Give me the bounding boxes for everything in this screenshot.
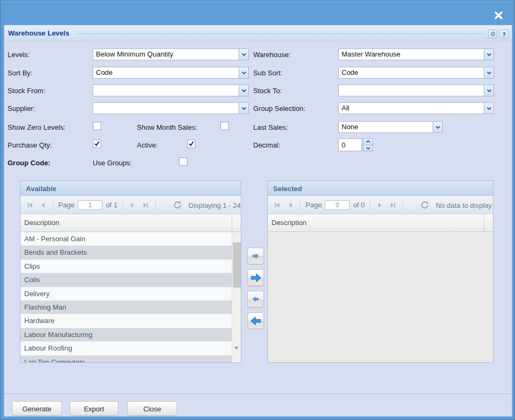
prev-page-button[interactable] — [38, 200, 48, 210]
stock-to-value — [339, 85, 484, 96]
transfer-all-right-button[interactable] — [247, 269, 264, 286]
chevron-down-icon[interactable] — [484, 85, 493, 96]
dialog-header: Warehouse Levels ? — [4, 25, 512, 41]
use-groups-checkbox[interactable] — [179, 157, 187, 166]
sort-by-value: Code — [93, 67, 239, 78]
toolbar-separator — [53, 200, 53, 209]
scrollbar-thumb[interactable] — [233, 242, 241, 288]
selected-panel-header: Selected — [268, 181, 493, 196]
supplier-select[interactable] — [93, 102, 249, 114]
sub-sort-value: Code — [339, 67, 484, 78]
toolbar-separator — [122, 200, 123, 209]
sort-by-select[interactable]: Code — [93, 67, 249, 79]
prev-page-button[interactable] — [286, 200, 295, 210]
transfer-all-left-button[interactable] — [247, 312, 264, 329]
column-header-description[interactable]: Description — [268, 214, 493, 232]
generate-button[interactable]: Generate — [12, 401, 62, 416]
toolbar-separator — [155, 200, 156, 209]
column-separator — [232, 214, 232, 232]
selected-list — [268, 232, 493, 362]
active-checkbox[interactable] — [187, 139, 196, 148]
chevron-down-icon[interactable] — [484, 49, 493, 60]
levels-select[interactable]: Below Minimum Quantity — [93, 48, 249, 60]
footer-divider — [4, 394, 512, 394]
scrollbar[interactable] — [232, 232, 241, 362]
prev-page-icon — [287, 201, 294, 209]
chevron-down-icon[interactable] — [433, 122, 442, 132]
chevron-down-icon[interactable] — [239, 103, 248, 114]
transfer-right-button[interactable] — [247, 248, 264, 264]
decimal-input[interactable] — [338, 138, 362, 151]
next-page-button[interactable] — [128, 200, 137, 210]
spinner-down-button[interactable] — [363, 145, 373, 152]
warehouse-value: Master Warehouse — [339, 49, 484, 60]
page-of-label: of 1 — [106, 201, 117, 209]
warehouse-select[interactable]: Master Warehouse — [338, 48, 494, 60]
list-item[interactable]: Lap Top Computers — [20, 355, 232, 362]
levels-value: Below Minimum Quantity — [93, 49, 239, 60]
available-panel-title: Available — [20, 181, 241, 193]
scroll-down-icon[interactable] — [234, 349, 239, 359]
next-page-button[interactable] — [375, 200, 385, 210]
list-item[interactable]: Hardware — [20, 314, 232, 327]
close-dialog-button[interactable]: Close — [127, 401, 177, 416]
page-number-input[interactable] — [78, 200, 102, 210]
first-page-button[interactable] — [25, 200, 35, 210]
chevron-down-icon[interactable] — [484, 67, 493, 78]
transfer-left-button[interactable] — [247, 291, 264, 307]
chevron-down-icon — [366, 146, 371, 150]
list-item[interactable]: Coils — [20, 273, 232, 286]
spinner-up-button[interactable] — [363, 138, 373, 145]
show-month-sales-checkbox[interactable] — [220, 122, 229, 130]
list-item[interactable]: Clips — [20, 260, 232, 273]
list-item[interactable]: Labour Roofing — [20, 341, 232, 355]
last-page-button[interactable] — [141, 200, 150, 210]
settings-button[interactable] — [488, 30, 497, 39]
column-header-label: Description — [24, 219, 59, 227]
chevron-down-icon[interactable] — [239, 67, 248, 78]
sub-sort-select[interactable]: Code — [338, 67, 494, 79]
last-sales-value: None — [339, 122, 433, 132]
show-zero-levels-label: Show Zero Levels: — [8, 123, 66, 131]
first-page-icon — [274, 201, 281, 209]
close-button[interactable] — [492, 10, 505, 23]
stock-from-select[interactable] — [93, 85, 249, 96]
last-sales-select[interactable]: None — [338, 121, 443, 133]
list-item[interactable]: Bends and Brackets — [20, 246, 232, 259]
supplier-value — [93, 103, 239, 114]
show-zero-levels-checkbox[interactable] — [93, 122, 101, 130]
chevron-down-icon[interactable] — [239, 85, 248, 96]
list-item[interactable]: Labour Manufacturing — [20, 328, 232, 341]
header-divider — [76, 33, 484, 34]
first-page-button[interactable] — [273, 200, 282, 210]
levels-label: Levels: — [8, 51, 30, 59]
help-icon: ? — [502, 31, 506, 38]
column-separator — [484, 214, 484, 232]
purchase-qty-checkbox[interactable] — [93, 139, 101, 148]
warehouse-label: Warehouse: — [253, 51, 291, 59]
supplier-label: Supplier: — [8, 104, 35, 113]
column-header-description[interactable]: Description — [20, 214, 241, 232]
available-panel-header: Available — [20, 181, 241, 196]
list-item[interactable]: Delivery — [20, 287, 232, 300]
chevron-down-icon[interactable] — [239, 49, 248, 60]
stock-from-value — [93, 85, 239, 96]
check-icon — [94, 141, 100, 147]
active-label: Active: — [137, 141, 158, 149]
toolbar-separator — [300, 200, 301, 209]
refresh-button[interactable] — [420, 200, 430, 210]
help-button[interactable]: ? — [499, 30, 509, 39]
group-selection-select[interactable]: All — [338, 102, 494, 114]
stock-to-select[interactable] — [338, 85, 494, 96]
refresh-button[interactable] — [173, 200, 183, 210]
group-selection-label: Group Selection: — [253, 104, 305, 113]
export-button[interactable]: Export — [69, 401, 119, 416]
list-item[interactable]: Flashing Man — [20, 300, 232, 314]
available-list: AM - Personal GainBends and BracketsClip… — [20, 232, 241, 362]
last-page-button[interactable] — [388, 200, 398, 210]
chevron-down-icon[interactable] — [484, 103, 493, 114]
decimal-spinner — [363, 138, 373, 151]
sub-sort-label: Sub Sort: — [253, 69, 282, 77]
list-item[interactable]: AM - Personal Gain — [20, 232, 232, 246]
page-number-input[interactable] — [325, 200, 350, 210]
